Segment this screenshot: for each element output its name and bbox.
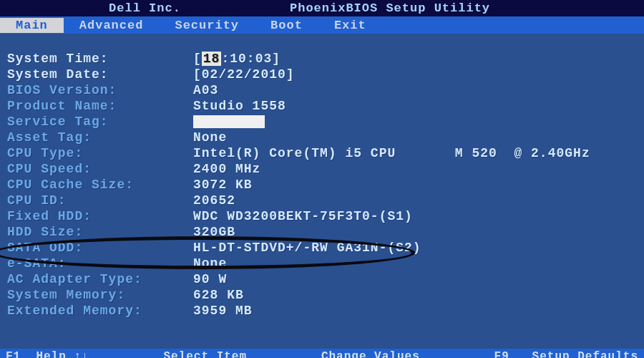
- time-hour-selected[interactable]: 18: [202, 52, 222, 66]
- label-cpu-type: CPU Type:: [7, 145, 193, 161]
- footer-change-values: Change Values: [321, 350, 420, 358]
- row-ac-adapter: AC Adapter Type: 90 W: [7, 271, 637, 287]
- row-service-tag: Service Tag:: [7, 114, 637, 130]
- tab-advanced[interactable]: Advanced: [64, 18, 160, 33]
- row-cpu-id: CPU ID: 20652: [7, 193, 637, 208]
- label-asset-tag: Asset Tag:: [7, 130, 193, 145]
- row-cpu-type: CPU Type: Intel(R) Core(TM) i5 CPU M 520…: [7, 145, 637, 161]
- tab-security[interactable]: Security: [159, 18, 255, 33]
- row-system-date[interactable]: System Date: [02/22/2010]: [7, 67, 637, 82]
- footer-f1-help: F1 Help ↑↓: [6, 350, 89, 358]
- label-system-date: System Date:: [7, 67, 193, 82]
- service-tag-redacted: [193, 115, 265, 128]
- row-sata-odd: SATA ODD: HL-DT-STDVD+/-RW GA31N-(S2): [7, 240, 637, 256]
- label-extended-memory: Extended Memory:: [7, 303, 193, 319]
- value-extended-memory: 3959 MB: [193, 303, 637, 319]
- label-service-tag: Service Tag:: [7, 114, 193, 130]
- value-system-memory: 628 KB: [193, 287, 637, 303]
- footer-f9-defaults: F9 Setup Defaults: [494, 350, 638, 358]
- value-cpu-cache: 3072 KB: [193, 177, 637, 193]
- value-service-tag: [193, 114, 637, 130]
- value-cpu-type: Intel(R) Core(TM) i5 CPU M 520 @ 2.40GHz: [193, 145, 637, 161]
- row-bios-version: BIOS Version: A03: [7, 82, 637, 98]
- label-fixed-hdd: Fixed HDD:: [7, 208, 193, 224]
- row-extended-memory: Extended Memory: 3959 MB: [7, 303, 637, 319]
- label-bios-version: BIOS Version:: [7, 82, 193, 98]
- value-ac-adapter: 90 W: [193, 271, 637, 287]
- value-esata: None: [193, 256, 637, 271]
- value-sata-odd: HL-DT-STDVD+/-RW GA31N-(S2): [193, 240, 637, 256]
- row-cpu-speed: CPU Speed: 2400 MHz: [7, 161, 637, 177]
- row-fixed-hdd: Fixed HDD: WDC WD3200BEKT-75F3T0-(S1): [7, 208, 637, 224]
- label-esata: e-SATA:: [7, 256, 193, 271]
- label-product-name: Product Name:: [7, 98, 193, 114]
- value-system-date[interactable]: [02/22/2010]: [193, 67, 637, 82]
- value-asset-tag: None: [193, 130, 637, 145]
- value-bios-version: A03: [193, 82, 637, 98]
- label-sata-odd: SATA ODD:: [7, 240, 193, 256]
- bios-header: Dell Inc. PhoenixBIOS Setup Utility: [0, 0, 644, 16]
- row-asset-tag: Asset Tag: None: [7, 130, 637, 145]
- label-cpu-id: CPU ID:: [7, 193, 193, 208]
- main-panel: System Time: [18:10:03] System Date: [02…: [0, 34, 644, 349]
- row-hdd-size: HDD Size: 320GB: [7, 224, 637, 240]
- tab-boot[interactable]: Boot: [255, 18, 318, 33]
- row-cpu-cache: CPU Cache Size: 3072 KB: [7, 177, 637, 193]
- label-system-memory: System Memory:: [7, 287, 193, 303]
- label-cpu-speed: CPU Speed:: [7, 161, 193, 177]
- footer-help-bar: F1 Help ↑↓ Select Item Change Values F9 …: [0, 349, 644, 358]
- value-cpu-id: 20652: [193, 193, 637, 208]
- value-system-time[interactable]: [18:10:03]: [193, 51, 637, 67]
- label-system-time: System Time:: [7, 51, 193, 67]
- value-product-name: Studio 1558: [193, 98, 637, 114]
- value-cpu-speed: 2400 MHz: [193, 161, 637, 177]
- label-hdd-size: HDD Size:: [7, 224, 193, 240]
- label-ac-adapter: AC Adapter Type:: [7, 271, 193, 287]
- row-system-time[interactable]: System Time: [18:10:03]: [7, 51, 637, 67]
- value-hdd-size: 320GB: [193, 224, 637, 240]
- row-esata: e-SATA: None: [7, 256, 637, 271]
- row-system-memory: System Memory: 628 KB: [7, 287, 637, 303]
- tab-exit[interactable]: Exit: [318, 18, 382, 33]
- tab-main[interactable]: Main: [0, 18, 64, 33]
- bios-title: PhoenixBIOS Setup Utility: [290, 1, 644, 15]
- footer-select-item: Select Item: [163, 350, 247, 358]
- row-product-name: Product Name: Studio 1558: [7, 98, 637, 114]
- value-fixed-hdd: WDC WD3200BEKT-75F3T0-(S1): [193, 208, 637, 224]
- label-cpu-cache: CPU Cache Size:: [7, 177, 193, 193]
- menu-bar: Main Advanced Security Boot Exit: [0, 16, 644, 34]
- manufacturer-label: Dell Inc.: [0, 1, 290, 15]
